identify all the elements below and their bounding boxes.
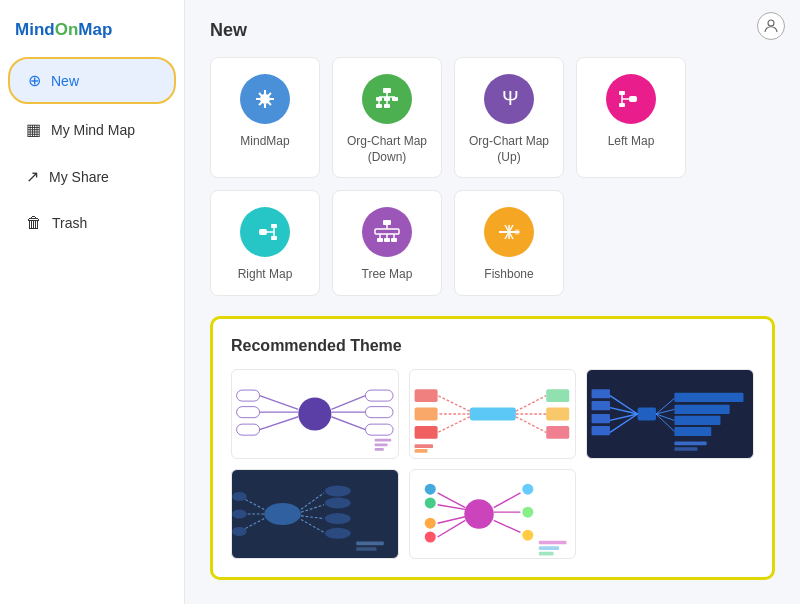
profile-icon[interactable] [757, 12, 785, 40]
svg-rect-83 [592, 389, 610, 398]
svg-line-126 [493, 493, 520, 508]
svg-rect-74 [546, 389, 569, 402]
recommended-title: Recommended Theme [231, 337, 754, 355]
sidebar-item-my-share[interactable]: ↗ My Share [8, 155, 176, 198]
svg-rect-93 [675, 405, 730, 414]
right-map-icon [240, 207, 290, 257]
svg-line-9 [259, 102, 262, 105]
sidebar-item-my-share-label: My Share [49, 169, 109, 185]
svg-rect-15 [392, 97, 398, 101]
grid-icon: ▦ [26, 120, 41, 139]
svg-rect-99 [675, 447, 698, 451]
svg-rect-19 [384, 104, 390, 108]
svg-line-55 [260, 417, 299, 430]
svg-point-123 [424, 517, 435, 528]
sidebar-item-new[interactable]: ⊕ New [8, 57, 176, 104]
svg-rect-13 [376, 97, 382, 101]
svg-text:Ψ: Ψ [502, 87, 519, 109]
svg-line-101 [243, 498, 264, 509]
template-org-chart-up[interactable]: Ψ Org-Chart Map (Up) [454, 57, 564, 178]
main-content: New MindMap [185, 0, 800, 604]
svg-point-119 [424, 483, 435, 494]
svg-rect-78 [546, 426, 569, 439]
svg-rect-56 [237, 424, 260, 435]
svg-line-8 [268, 93, 271, 96]
tree-map-icon [362, 207, 412, 257]
svg-rect-134 [539, 552, 554, 556]
svg-rect-70 [414, 407, 437, 420]
svg-rect-80 [414, 449, 427, 453]
theme-card-2[interactable] [409, 369, 577, 459]
template-tree-map[interactable]: Tree Map [332, 190, 442, 296]
fishbone-label: Fishbone [484, 267, 533, 283]
template-org-chart-down[interactable]: Org-Chart Map(Down) [332, 57, 442, 178]
theme-card-1[interactable] [231, 369, 399, 459]
theme-card-4[interactable] [231, 469, 399, 559]
sidebar-item-my-mind-map[interactable]: ▦ My Mind Map [8, 108, 176, 151]
svg-rect-132 [539, 540, 567, 544]
svg-rect-68 [414, 389, 437, 402]
svg-rect-31 [271, 224, 277, 228]
sidebar: MindOnMap ⊕ New ▦ My Mind Map ↗ My Share… [0, 0, 185, 604]
svg-rect-40 [384, 238, 390, 242]
svg-rect-27 [259, 229, 267, 235]
svg-rect-85 [592, 401, 610, 410]
template-right-map[interactable]: Right Map [210, 190, 320, 296]
svg-rect-14 [384, 97, 390, 101]
theme-card-3[interactable] [586, 369, 754, 459]
logo-mind: Mind [15, 20, 55, 39]
svg-rect-62 [365, 424, 393, 435]
tree-map-label: Tree Map [362, 267, 413, 283]
svg-rect-33 [383, 220, 391, 225]
logo-map: Map [78, 20, 112, 39]
svg-rect-26 [619, 103, 625, 107]
sidebar-item-new-label: New [51, 73, 79, 89]
svg-point-121 [424, 497, 435, 508]
svg-rect-58 [365, 390, 393, 401]
svg-point-108 [325, 485, 351, 496]
mindmap-icon [240, 74, 290, 124]
trash-icon: 🗑 [26, 214, 42, 232]
svg-line-7 [268, 102, 271, 105]
svg-line-61 [331, 417, 365, 430]
svg-rect-133 [539, 546, 559, 550]
svg-rect-89 [592, 426, 610, 435]
sidebar-item-trash[interactable]: 🗑 Trash [8, 202, 176, 244]
new-section-title: New [210, 20, 775, 41]
svg-point-102 [232, 492, 247, 501]
svg-point-106 [232, 527, 247, 536]
svg-rect-98 [675, 441, 707, 445]
mindmap-label: MindMap [240, 134, 289, 150]
svg-line-109 [301, 505, 324, 512]
svg-rect-65 [375, 448, 384, 451]
svg-point-50 [298, 397, 331, 430]
svg-rect-116 [356, 547, 376, 551]
logo: MindOnMap [0, 10, 184, 55]
svg-point-49 [514, 229, 520, 235]
theme-card-5[interactable] [409, 469, 577, 559]
svg-rect-63 [375, 439, 392, 442]
svg-rect-18 [376, 104, 382, 108]
right-map-label: Right Map [238, 267, 293, 283]
svg-point-129 [522, 506, 533, 517]
svg-rect-41 [391, 238, 397, 242]
sidebar-item-my-mind-map-label: My Mind Map [51, 122, 135, 138]
svg-rect-76 [546, 407, 569, 420]
org-chart-up-label: Org-Chart Map (Up) [465, 134, 553, 165]
svg-point-125 [424, 531, 435, 542]
svg-line-73 [516, 395, 546, 411]
svg-line-67 [437, 395, 469, 411]
svg-point-131 [522, 529, 533, 540]
svg-rect-66 [469, 407, 515, 420]
template-mindmap[interactable]: MindMap [210, 57, 320, 178]
templates-grid: MindMap Org-Chart Map(Down) [210, 57, 775, 296]
svg-line-96 [656, 414, 674, 431]
template-fishbone[interactable]: Fishbone [454, 190, 564, 296]
svg-rect-81 [638, 407, 656, 420]
svg-line-57 [331, 395, 365, 409]
svg-point-112 [325, 513, 351, 524]
svg-rect-39 [377, 238, 383, 242]
svg-rect-60 [365, 406, 393, 417]
template-left-map[interactable]: Left Map [576, 57, 686, 178]
svg-line-113 [301, 519, 324, 532]
